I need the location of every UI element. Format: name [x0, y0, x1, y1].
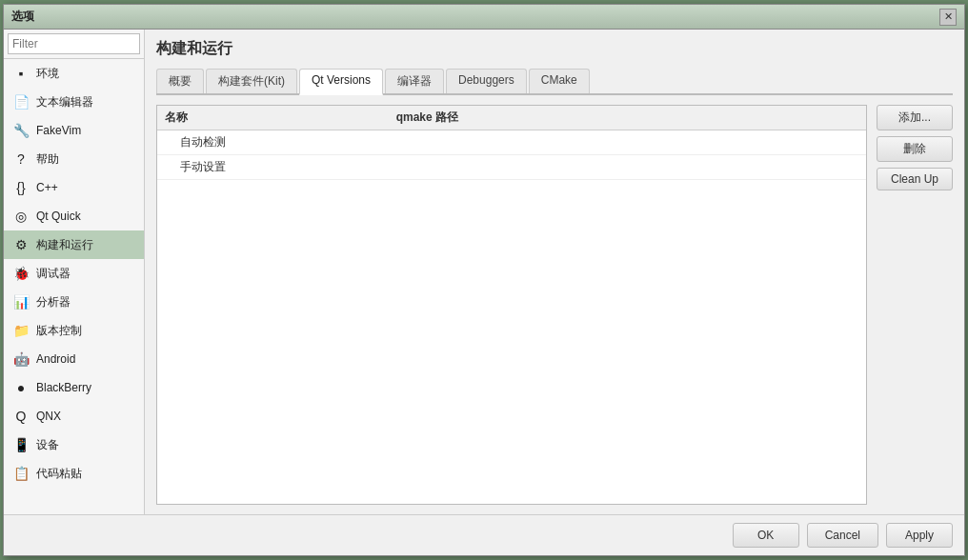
sidebar-list: ▪环境📄文本编辑器🔧FakeVim?帮助{}C++◎Qt Quick⚙构建和运行…	[4, 59, 144, 514]
filter-input[interactable]	[8, 33, 140, 54]
analyzer-icon: 📊	[11, 292, 30, 311]
sidebar-item-code-paste[interactable]: 📋代码粘贴	[4, 459, 144, 488]
sidebar-label-blackberry: BlackBerry	[36, 381, 91, 394]
sidebar-item-analyzer[interactable]: 📊分析器	[4, 288, 144, 316]
dialog-footer: OK Cancel Apply	[4, 514, 964, 555]
sidebar-label-build-run: 构建和运行	[36, 237, 93, 253]
qt-versions-table: 名称qmake 路径 自动检测手动设置	[156, 105, 867, 505]
cpp-icon: {}	[11, 178, 30, 197]
tab-debuggers[interactable]: Debuggers	[446, 69, 527, 93]
action-buttons: 添加... 删除 Clean Up	[877, 105, 953, 505]
sidebar-item-qnx[interactable]: QQNX	[4, 402, 144, 430]
version-control-icon: 📁	[11, 321, 30, 340]
sidebar-item-text-editor[interactable]: 📄文本编辑器	[4, 88, 144, 116]
sidebar-item-build-run[interactable]: ⚙构建和运行	[4, 230, 144, 259]
tab-overview[interactable]: 概要	[156, 69, 204, 93]
table-header: 名称qmake 路径	[157, 106, 866, 130]
table-row[interactable]: 自动检测	[157, 130, 866, 155]
page-title: 构建和运行	[156, 39, 953, 59]
sidebar-label-android: Android	[36, 352, 75, 366]
sidebar-label-analyzer: 分析器	[36, 294, 71, 310]
content-panel: 名称qmake 路径 自动检测手动设置 添加... 删除 Clean Up	[156, 105, 953, 505]
col-qmake-path-header: qmake 路径	[396, 110, 858, 126]
row-label: 手动设置	[165, 159, 858, 175]
android-icon: 🤖	[11, 350, 30, 369]
sidebar-label-debugger: 调试器	[36, 266, 71, 282]
sidebar-item-cpp[interactable]: {}C++	[4, 173, 144, 202]
text-editor-icon: 📄	[11, 92, 30, 111]
dialog-title: 选项	[11, 9, 34, 25]
sidebar-label-cpp: C++	[36, 181, 58, 194]
ok-button[interactable]: OK	[733, 523, 799, 548]
build-run-icon: ⚙	[11, 235, 30, 254]
devices-icon: 📱	[11, 435, 30, 454]
cancel-button[interactable]: Cancel	[807, 523, 878, 548]
fakevim-icon: 🔧	[11, 121, 30, 140]
sidebar-item-android[interactable]: 🤖Android	[4, 345, 144, 373]
tabs-bar: 概要构建套件(Kit)Qt Versions编译器DebuggersCMake	[156, 69, 953, 95]
add-button[interactable]: 添加...	[877, 105, 953, 130]
sidebar-label-qnx: QNX	[36, 410, 61, 423]
sidebar-item-blackberry[interactable]: ●BlackBerry	[4, 373, 144, 402]
sidebar-label-devices: 设备	[36, 437, 59, 453]
sidebar-item-help[interactable]: ?帮助	[4, 145, 144, 173]
sidebar-item-env[interactable]: ▪环境	[4, 59, 144, 88]
sidebar-label-text-editor: 文本编辑器	[36, 94, 93, 110]
tab-cmake[interactable]: CMake	[529, 69, 590, 93]
sidebar-label-version-control: 版本控制	[36, 323, 82, 339]
qtquick-icon: ◎	[11, 207, 30, 226]
env-icon: ▪	[11, 64, 30, 83]
col-name-header: 名称	[165, 110, 396, 126]
sidebar: ▪环境📄文本编辑器🔧FakeVim?帮助{}C++◎Qt Quick⚙构建和运行…	[4, 30, 145, 514]
sidebar-item-fakevim[interactable]: 🔧FakeVim	[4, 116, 144, 145]
sidebar-item-version-control[interactable]: 📁版本控制	[4, 316, 144, 345]
close-button[interactable]: ✕	[939, 9, 957, 26]
sidebar-label-fakevim: FakeVim	[36, 124, 81, 137]
dialog-body: ▪环境📄文本编辑器🔧FakeVim?帮助{}C++◎Qt Quick⚙构建和运行…	[4, 30, 964, 514]
tab-kits[interactable]: 构建套件(Kit)	[206, 69, 297, 93]
row-label: 自动检测	[165, 134, 858, 150]
sidebar-label-env: 环境	[36, 66, 59, 82]
apply-button[interactable]: Apply	[886, 523, 953, 548]
remove-button[interactable]: 删除	[877, 136, 953, 162]
sidebar-label-qtquick: Qt Quick	[36, 210, 81, 223]
clean-up-button[interactable]: Clean Up	[877, 168, 953, 190]
blackberry-icon: ●	[11, 378, 30, 397]
title-bar: 选项 ✕	[4, 5, 964, 30]
debugger-icon: 🐞	[11, 264, 30, 283]
help-icon: ?	[11, 150, 30, 169]
tab-qt-versions[interactable]: Qt Versions	[299, 69, 383, 95]
main-content: 构建和运行 概要构建套件(Kit)Qt Versions编译器Debuggers…	[145, 30, 964, 514]
sidebar-label-code-paste: 代码粘贴	[36, 466, 82, 482]
options-dialog: 选项 ✕ ▪环境📄文本编辑器🔧FakeVim?帮助{}C++◎Qt Quick⚙…	[3, 4, 965, 556]
sidebar-item-devices[interactable]: 📱设备	[4, 430, 144, 459]
sidebar-label-help: 帮助	[36, 151, 59, 168]
sidebar-item-qtquick[interactable]: ◎Qt Quick	[4, 202, 144, 230]
qnx-icon: Q	[11, 407, 30, 426]
code-paste-icon: 📋	[11, 464, 30, 483]
table-row[interactable]: 手动设置	[157, 155, 866, 180]
tab-compilers[interactable]: 编译器	[385, 69, 444, 93]
sidebar-item-debugger[interactable]: 🐞调试器	[4, 259, 144, 288]
filter-box	[4, 30, 144, 59]
